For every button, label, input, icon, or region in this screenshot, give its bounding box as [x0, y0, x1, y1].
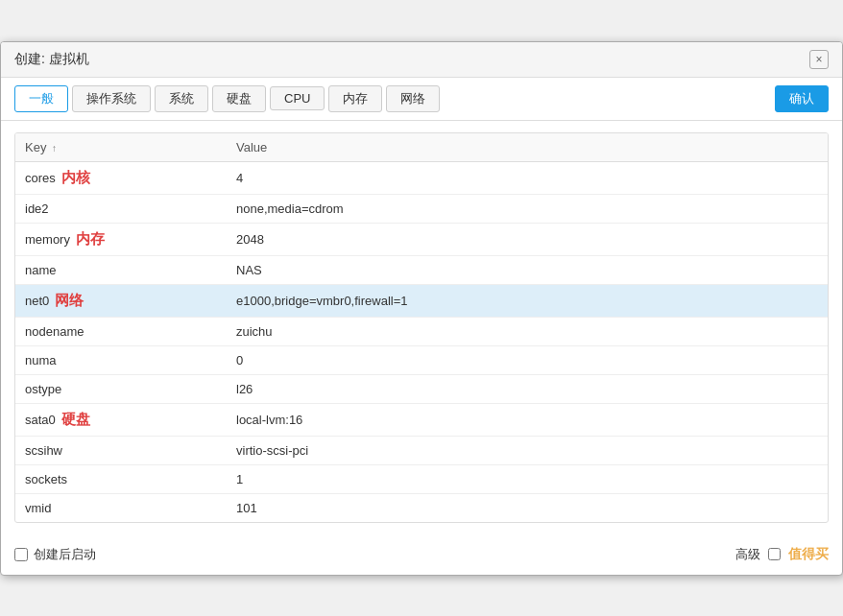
dialog-title-bar: 创建: 虚拟机 × — [1, 42, 842, 78]
value-cell: NAS — [227, 255, 828, 284]
value-cell: 1 — [227, 464, 828, 493]
label-cn: 硬盘 — [61, 411, 90, 427]
tabs-container: 一般操作系统系统硬盘CPU内存网络 — [14, 85, 767, 112]
key-cell: cores内核 — [15, 161, 227, 194]
tab-disk[interactable]: 硬盘 — [212, 85, 266, 112]
col-key-header[interactable]: Key ↑ — [15, 133, 227, 162]
value-cell: e1000,bridge=vmbr0,firewall=1 — [227, 284, 828, 317]
config-table: Key ↑ Value cores内核4ide2none,media=cdrom… — [15, 133, 828, 522]
value-cell: 0 — [227, 345, 828, 374]
table-row[interactable]: sockets1 — [15, 464, 828, 493]
col-value-header: Value — [227, 133, 828, 162]
table-wrapper: Key ↑ Value cores内核4ide2none,media=cdrom… — [14, 132, 829, 523]
table-row[interactable]: net0网络e1000,bridge=vmbr0,firewall=1 — [15, 284, 828, 317]
key-cell: nodename — [15, 317, 227, 345]
footer-right: 高级 值得买 — [735, 546, 829, 563]
tab-os[interactable]: 操作系统 — [72, 85, 151, 112]
key-cell: vmid — [15, 493, 227, 522]
table-row[interactable]: sata0硬盘local-lvm:16 — [15, 403, 828, 436]
dialog: 创建: 虚拟机 × 一般操作系统系统硬盘CPU内存网络 确认 Key ↑ V — [0, 41, 843, 576]
footer-area: 创建后启动 高级 值得买 — [1, 534, 842, 575]
value-cell: 4 — [227, 161, 828, 194]
tab-general[interactable]: 一般 — [14, 85, 68, 112]
table-row[interactable]: cores内核4 — [15, 161, 828, 194]
value-cell: local-lvm:16 — [227, 403, 828, 436]
content-area: Key ↑ Value cores内核4ide2none,media=cdrom… — [1, 121, 842, 534]
advanced-checkbox[interactable] — [768, 548, 781, 560]
label-cn: 内核 — [61, 169, 90, 185]
table-row[interactable]: nameNAS — [15, 255, 828, 284]
close-icon: × — [815, 53, 822, 66]
table-row[interactable]: ide2none,media=cdrom — [15, 194, 828, 223]
close-button[interactable]: × — [809, 50, 829, 69]
watermark: 值得买 — [788, 546, 829, 563]
tab-network[interactable]: 网络 — [386, 85, 440, 112]
key-cell: name — [15, 255, 227, 284]
tab-cpu[interactable]: CPU — [270, 86, 325, 110]
confirm-button[interactable]: 确认 — [775, 85, 829, 112]
autostart-label: 创建后启动 — [34, 546, 96, 563]
key-cell: memory内存 — [15, 223, 227, 255]
table-row[interactable]: nodenamezuichu — [15, 317, 828, 345]
key-cell: numa — [15, 345, 227, 374]
value-cell: 101 — [227, 493, 828, 522]
autostart-row: 创建后启动 — [14, 546, 96, 563]
label-cn: 网络 — [55, 292, 84, 308]
key-cell: sockets — [15, 464, 227, 493]
tab-system[interactable]: 系统 — [155, 85, 208, 112]
table-row[interactable]: memory内存2048 — [15, 223, 828, 255]
value-cell: zuichu — [227, 317, 828, 345]
tab-memory[interactable]: 内存 — [328, 85, 382, 112]
value-cell: 2048 — [227, 223, 828, 255]
table-row[interactable]: numa0 — [15, 345, 828, 374]
advanced-button[interactable]: 高级 — [735, 546, 760, 563]
toolbar: 一般操作系统系统硬盘CPU内存网络 确认 — [1, 78, 842, 121]
key-cell: scsihw — [15, 436, 227, 464]
table-row[interactable]: vmid101 — [15, 493, 828, 522]
sort-icon: ↑ — [52, 143, 57, 154]
value-cell: virtio-scsi-pci — [227, 436, 828, 464]
label-cn: 内存 — [76, 230, 105, 247]
table-row[interactable]: ostypel26 — [15, 374, 828, 403]
key-cell: net0网络 — [15, 284, 227, 317]
value-cell: none,media=cdrom — [227, 194, 828, 223]
key-cell: ostype — [15, 374, 227, 403]
table-row[interactable]: scsihwvirtio-scsi-pci — [15, 436, 828, 464]
key-cell: ide2 — [15, 194, 227, 223]
table-body: cores内核4ide2none,media=cdrommemory内存2048… — [15, 161, 828, 522]
dialog-title: 创建: 虚拟机 — [14, 51, 89, 68]
autostart-checkbox[interactable] — [14, 548, 28, 561]
key-cell: sata0硬盘 — [15, 403, 227, 436]
value-cell: l26 — [227, 374, 828, 403]
